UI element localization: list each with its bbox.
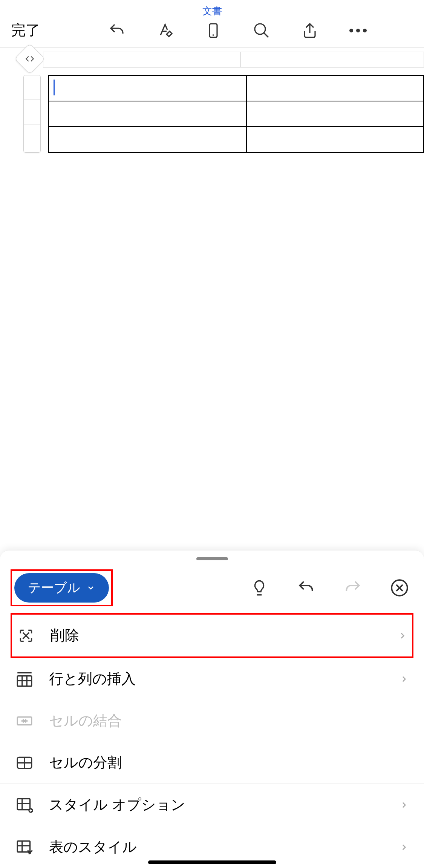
column-handle[interactable] [43,52,241,67]
split-cells-icon [15,753,34,772]
close-panel-icon[interactable] [390,578,409,597]
table-cell[interactable] [246,127,424,152]
table-cell[interactable] [49,127,246,152]
panel-undo-icon[interactable] [297,578,315,597]
home-indicator[interactable] [148,860,276,864]
table-move-handle[interactable] [14,43,45,74]
table-styles-icon [15,838,34,857]
chevron-right-icon [399,842,409,852]
mobile-view-icon[interactable] [204,21,222,40]
undo-icon[interactable] [108,21,126,40]
menu-item-insert-rows-cols[interactable]: 行と列の挿入 [0,658,424,700]
document-title[interactable]: 文書 [0,0,424,21]
menu-item-label: 行と列の挿入 [49,669,384,689]
chevron-down-icon [86,583,95,592]
menu-item-label: セルの結合 [49,711,409,730]
table-cell[interactable] [246,101,424,127]
top-toolbar: 完了 [0,21,424,48]
menu-item-split-cells[interactable]: セルの分割 [0,742,424,784]
table-cell[interactable] [49,101,246,127]
document-canvas[interactable] [0,48,424,153]
table-row[interactable] [49,75,424,101]
menu-item-label: 表のスタイル [49,837,384,857]
menu-item-style-options[interactable]: スタイル オプション [0,784,424,826]
share-icon[interactable] [301,21,319,40]
panel-redo-icon [343,578,362,597]
menu-item-label: セルの分割 [49,753,409,772]
text-cursor [54,80,55,95]
svg-point-2 [255,24,265,34]
column-handles [43,52,424,67]
table-tab-label: テーブル [28,579,80,597]
column-handle[interactable] [241,52,424,67]
row-handle[interactable] [24,124,40,149]
table-options-panel: テーブル 削除 [0,550,424,868]
row-handles [23,75,41,153]
table-tab-chip[interactable]: テーブル [14,573,109,603]
highlight-annotation: 削除 [11,613,413,658]
svg-line-3 [264,33,268,37]
row-handle[interactable] [24,75,40,100]
insert-rows-cols-icon [15,670,34,689]
document-table[interactable] [48,75,424,153]
chevron-right-icon [398,631,407,641]
menu-item-label: 削除 [51,626,383,645]
style-options-icon [15,796,34,814]
text-format-icon[interactable] [156,21,174,40]
chevron-right-icon [399,674,409,684]
menu-item-label: スタイル オプション [49,795,384,814]
table-options-list: 削除 行と列の挿入 セルの結合 セルの分割 [0,613,424,868]
highlight-annotation: テーブル [11,569,113,606]
merge-cells-icon [15,712,34,730]
table-cell[interactable] [49,75,246,101]
panel-toolbar: テーブル [0,566,424,613]
table-cell[interactable] [246,75,424,101]
menu-item-delete[interactable]: 削除 [12,615,412,656]
svg-rect-18 [17,799,30,810]
table-row[interactable] [49,101,424,127]
table-row[interactable] [49,127,424,152]
search-icon[interactable] [253,21,271,40]
done-button[interactable]: 完了 [11,21,40,40]
delete-table-icon [17,626,35,645]
chevron-right-icon [399,800,409,810]
row-handle[interactable] [24,100,40,124]
panel-drag-handle[interactable] [196,557,228,560]
lightbulb-icon[interactable] [250,578,269,597]
menu-item-merge-cells: セルの結合 [0,700,424,742]
more-icon[interactable] [349,21,367,40]
